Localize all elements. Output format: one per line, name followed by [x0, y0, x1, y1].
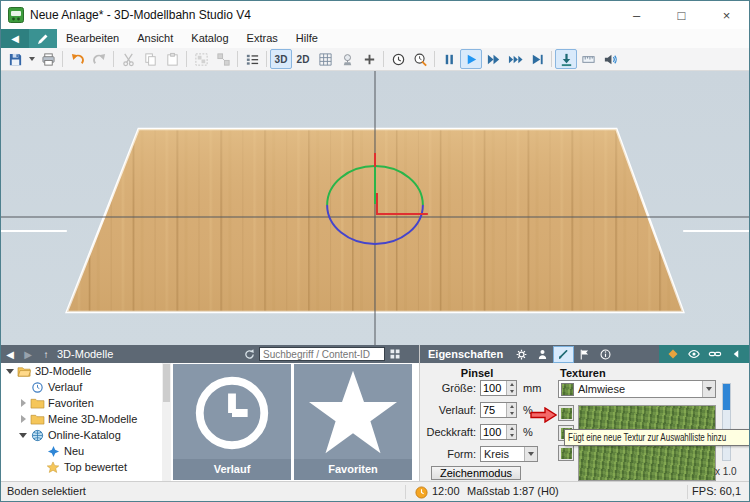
- tree-item-online-katalog[interactable]: Online-Katalog: [1, 427, 171, 443]
- refresh-icon: [243, 348, 256, 361]
- toolbar-separator: [383, 51, 384, 67]
- close-button[interactable]: ×: [704, 1, 749, 29]
- verlauf-label: Verlauf:: [420, 404, 476, 416]
- catalog-download-button[interactable]: [555, 49, 577, 69]
- form-select[interactable]: Kreis: [480, 446, 538, 462]
- save-dropdown-button[interactable]: [26, 49, 37, 69]
- tree-item-neu[interactable]: Neu: [1, 443, 171, 459]
- texture-slot-button[interactable]: [558, 445, 574, 461]
- app-icon: [8, 7, 24, 23]
- verlauf-spinner[interactable]: [506, 403, 516, 417]
- window-title: Neue Anlage* - 3D-Modellbahn Studio V4: [30, 8, 251, 22]
- view-2d-button[interactable]: 2D: [292, 49, 314, 69]
- ruler-icon: [581, 52, 596, 67]
- visibility-button[interactable]: [683, 346, 704, 363]
- redo-button[interactable]: [88, 49, 110, 69]
- properties-body: Pinsel Größe: mm Verlauf: %: [420, 363, 749, 481]
- search-input[interactable]: [259, 347, 385, 361]
- link-button[interactable]: [704, 346, 725, 363]
- tile-verlauf[interactable]: Verlauf: [173, 364, 291, 480]
- minimize-button[interactable]: –: [614, 1, 659, 29]
- menu-hilfe[interactable]: Hilfe: [287, 29, 327, 48]
- pause-button[interactable]: [438, 49, 460, 69]
- save-button[interactable]: [4, 49, 26, 69]
- tree-item-3d-modelle[interactable]: 3D-Modelle: [1, 363, 171, 379]
- groesse-spinner[interactable]: [506, 381, 516, 395]
- skip-end-button[interactable]: [526, 49, 548, 69]
- tile-favoriten[interactable]: Favoriten: [294, 364, 412, 480]
- expander-closed-icon[interactable]: [17, 399, 29, 407]
- edit-mode-button[interactable]: [29, 29, 57, 48]
- timetable-button[interactable]: [387, 49, 409, 69]
- menu-extras[interactable]: Extras: [238, 29, 287, 48]
- edit-timetable-button[interactable]: [409, 49, 431, 69]
- paint-tab-button[interactable]: [553, 346, 574, 363]
- view-3d-button[interactable]: 3D: [270, 49, 292, 69]
- sound-button[interactable]: [599, 49, 621, 69]
- expander-open-icon[interactable]: [17, 433, 29, 438]
- add-texture-button[interactable]: [558, 405, 574, 421]
- groesse-input[interactable]: [481, 381, 506, 395]
- menu-bearbeiten[interactable]: Bearbeiten: [57, 29, 128, 48]
- measure-button[interactable]: [577, 49, 599, 69]
- menu-katalog[interactable]: Katalog: [182, 29, 237, 48]
- collapse-panel-button[interactable]: [725, 346, 746, 363]
- tree-item-top-bewertet[interactable]: Top bewertet: [1, 459, 171, 475]
- scrollbar-thumb[interactable]: [163, 364, 170, 402]
- deckkraft-spinner[interactable]: [506, 425, 516, 439]
- tree-scrollbar[interactable]: [162, 363, 171, 481]
- chevron-down-icon: [524, 447, 537, 461]
- print-button[interactable]: [37, 49, 59, 69]
- add-object-button[interactable]: [358, 49, 380, 69]
- nav-back-icon[interactable]: ◀: [1, 349, 19, 360]
- view-mode-button[interactable]: [385, 345, 405, 363]
- menu-ansicht[interactable]: Ansicht: [128, 29, 182, 48]
- light-button[interactable]: [336, 49, 358, 69]
- deckkraft-input[interactable]: [481, 425, 506, 439]
- add-texture-icon: [561, 408, 572, 419]
- play-button[interactable]: [460, 49, 482, 69]
- texture-zoom-slider[interactable]: [722, 383, 731, 461]
- maximize-button[interactable]: □: [659, 1, 704, 29]
- forward-button[interactable]: [482, 49, 504, 69]
- lamp-icon: [340, 52, 355, 67]
- settings-tab-button[interactable]: [511, 346, 532, 363]
- pencil-icon: [37, 33, 49, 45]
- highlight-button[interactable]: [662, 346, 683, 363]
- copy-button[interactable]: [139, 49, 161, 69]
- zeichenmodus-button[interactable]: Zeichenmodus: [431, 466, 521, 480]
- groesse-label: Größe:: [420, 382, 476, 394]
- browser-header: ◀ ▶ ↑ 3D-Modelle: [1, 345, 419, 363]
- tree-item-meine-3d-modelle[interactable]: Meine 3D-Modelle: [1, 411, 171, 427]
- flag-tab-button[interactable]: [574, 346, 595, 363]
- back-button[interactable]: ◀: [1, 29, 29, 48]
- slider-thumb[interactable]: [723, 384, 730, 410]
- undo-button[interactable]: [66, 49, 88, 69]
- eye-icon: [687, 347, 701, 361]
- cut-button[interactable]: [117, 49, 139, 69]
- paste-button[interactable]: [161, 49, 183, 69]
- info-tab-button[interactable]: [595, 346, 616, 363]
- layer-list-button[interactable]: [241, 49, 263, 69]
- skip-end-icon: [530, 52, 545, 67]
- download-icon: [559, 52, 574, 67]
- verlauf-input[interactable]: [481, 403, 506, 417]
- ungroup-button[interactable]: [212, 49, 234, 69]
- star-tile-icon: [307, 369, 399, 457]
- group-button[interactable]: [190, 49, 212, 69]
- texture-select[interactable]: Almwiese: [558, 380, 716, 398]
- fast-forward-button[interactable]: [504, 49, 526, 69]
- view-tools-strip: [659, 345, 749, 363]
- sim-time: 12:00: [432, 485, 460, 497]
- expander-open-icon[interactable]: [4, 369, 16, 374]
- refresh-button[interactable]: [239, 345, 259, 363]
- grid-button[interactable]: [314, 49, 336, 69]
- undo-icon: [70, 52, 85, 67]
- figure-tab-button[interactable]: [532, 346, 553, 363]
- tree-item-verlauf[interactable]: Verlauf: [1, 379, 171, 395]
- tree-item-favoriten[interactable]: Favoriten: [1, 395, 171, 411]
- nav-up-icon[interactable]: ↑: [37, 349, 55, 360]
- viewport-3d[interactable]: [1, 71, 749, 345]
- expander-closed-icon[interactable]: [17, 415, 29, 423]
- nav-forward-icon[interactable]: ▶: [19, 349, 37, 360]
